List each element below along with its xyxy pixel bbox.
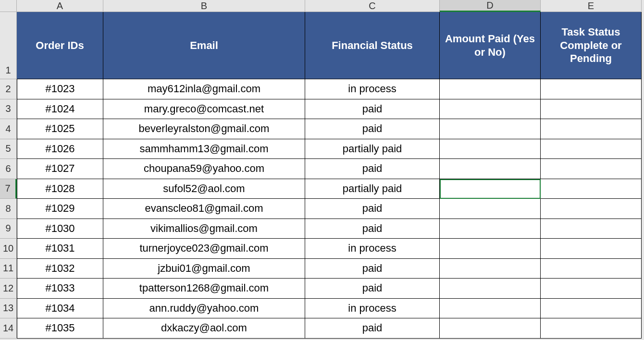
cell-E3[interactable]	[541, 99, 642, 120]
cell-B10[interactable]: turnerjoyce023@gmail.com	[103, 239, 305, 259]
select-all-corner[interactable]	[0, 0, 17, 12]
header-email[interactable]: Email	[103, 12, 305, 79]
cell-D14[interactable]	[440, 318, 541, 339]
cell-C14[interactable]: paid	[305, 318, 440, 339]
cell-A5[interactable]: #1026	[17, 139, 103, 159]
row-header-9[interactable]: 9	[0, 219, 17, 239]
cell-B9[interactable]: vikimallios@gmail.com	[103, 219, 305, 239]
cell-C10[interactable]: in process	[305, 239, 440, 259]
cell-E5[interactable]	[541, 139, 642, 159]
cell-C7[interactable]: partially paid	[305, 179, 440, 199]
cell-B13[interactable]: ann.ruddy@yahoo.com	[103, 299, 305, 319]
cell-A8[interactable]: #1029	[17, 199, 103, 219]
row-header-8[interactable]: 8	[0, 199, 17, 219]
row-header-2[interactable]: 2	[0, 79, 17, 99]
cell-E6[interactable]	[541, 159, 642, 179]
cell-A12[interactable]: #1033	[17, 279, 103, 299]
cell-E11[interactable]	[541, 259, 642, 279]
cell-B3[interactable]: mary.greco@comcast.net	[103, 99, 305, 120]
cell-D9[interactable]	[440, 219, 541, 239]
cell-C4[interactable]: paid	[305, 119, 440, 139]
header-order-ids[interactable]: Order IDs	[17, 12, 103, 79]
cell-E4[interactable]	[541, 119, 642, 139]
spreadsheet-grid[interactable]: A B C D E 1 Order IDs Email Financial St…	[0, 0, 644, 339]
cell-E14[interactable]	[541, 318, 642, 339]
cell-B5[interactable]: sammhamm13@gmail.com	[103, 139, 305, 159]
cell-B2[interactable]: may612inla@gmail.com	[103, 79, 305, 99]
row-header-11[interactable]: 11	[0, 259, 17, 279]
cell-D5[interactable]	[440, 139, 541, 159]
cell-E10[interactable]	[541, 239, 642, 259]
cell-B11[interactable]: jzbui01@gmail.com	[103, 259, 305, 279]
cell-C6[interactable]: paid	[305, 159, 440, 179]
header-amount-paid[interactable]: Amount Paid (Yes or No)	[440, 12, 541, 79]
cell-C5[interactable]: partially paid	[305, 139, 440, 159]
cell-D3[interactable]	[440, 99, 541, 120]
col-header-E[interactable]: E	[541, 0, 642, 12]
cell-A11[interactable]: #1032	[17, 259, 103, 279]
row-header-7[interactable]: 7	[0, 179, 17, 199]
cell-A4[interactable]: #1025	[17, 119, 103, 139]
cell-C2[interactable]: in process	[305, 79, 440, 99]
cell-E2[interactable]	[541, 79, 642, 99]
row-header-1[interactable]: 1	[0, 12, 17, 79]
cell-B12[interactable]: tpatterson1268@gmail.com	[103, 279, 305, 299]
cell-E7[interactable]	[541, 179, 642, 199]
cell-C11[interactable]: paid	[305, 259, 440, 279]
cell-C3[interactable]: paid	[305, 99, 440, 120]
cell-D13[interactable]	[440, 299, 541, 319]
row-header-3[interactable]: 3	[0, 99, 17, 120]
cell-C13[interactable]: in process	[305, 299, 440, 319]
cell-A13[interactable]: #1034	[17, 299, 103, 319]
cell-B8[interactable]: evanscleo81@gmail.com	[103, 199, 305, 219]
cell-D8[interactable]	[440, 199, 541, 219]
header-task-status[interactable]: Task Status Complete or Pending	[541, 12, 642, 79]
col-header-D[interactable]: D	[440, 0, 541, 12]
col-header-B[interactable]: B	[103, 0, 305, 12]
cell-D4[interactable]	[440, 119, 541, 139]
cell-C8[interactable]: paid	[305, 199, 440, 219]
cell-A9[interactable]: #1030	[17, 219, 103, 239]
cell-D7[interactable]	[440, 179, 541, 199]
row-header-10[interactable]: 10	[0, 239, 17, 259]
cell-A14[interactable]: #1035	[17, 318, 103, 339]
cell-D10[interactable]	[440, 239, 541, 259]
row-header-13[interactable]: 13	[0, 299, 17, 319]
cell-D12[interactable]	[440, 279, 541, 299]
row-header-5[interactable]: 5	[0, 139, 17, 159]
cell-E9[interactable]	[541, 219, 642, 239]
cell-A3[interactable]: #1024	[17, 99, 103, 120]
row-header-14[interactable]: 14	[0, 318, 17, 339]
cell-D2[interactable]	[440, 79, 541, 99]
header-financial-status[interactable]: Financial Status	[305, 12, 440, 79]
cell-A2[interactable]: #1023	[17, 79, 103, 99]
cell-A7[interactable]: #1028	[17, 179, 103, 199]
cell-C12[interactable]: paid	[305, 279, 440, 299]
row-header-4[interactable]: 4	[0, 119, 17, 139]
cell-C9[interactable]: paid	[305, 219, 440, 239]
col-header-C[interactable]: C	[305, 0, 440, 12]
cell-B14[interactable]: dxkaczy@aol.com	[103, 318, 305, 339]
col-header-A[interactable]: A	[17, 0, 103, 12]
cell-A6[interactable]: #1027	[17, 159, 103, 179]
cell-B4[interactable]: beverleyralston@gmail.com	[103, 119, 305, 139]
cell-B6[interactable]: choupana59@yahoo.com	[103, 159, 305, 179]
cell-D11[interactable]	[440, 259, 541, 279]
cell-A10[interactable]: #1031	[17, 239, 103, 259]
cell-D6[interactable]	[440, 159, 541, 179]
cell-E8[interactable]	[541, 199, 642, 219]
cell-B7[interactable]: sufol52@aol.com	[103, 179, 305, 199]
cell-E12[interactable]	[541, 279, 642, 299]
row-header-6[interactable]: 6	[0, 159, 17, 179]
row-header-12[interactable]: 12	[0, 279, 17, 299]
cell-E13[interactable]	[541, 299, 642, 319]
